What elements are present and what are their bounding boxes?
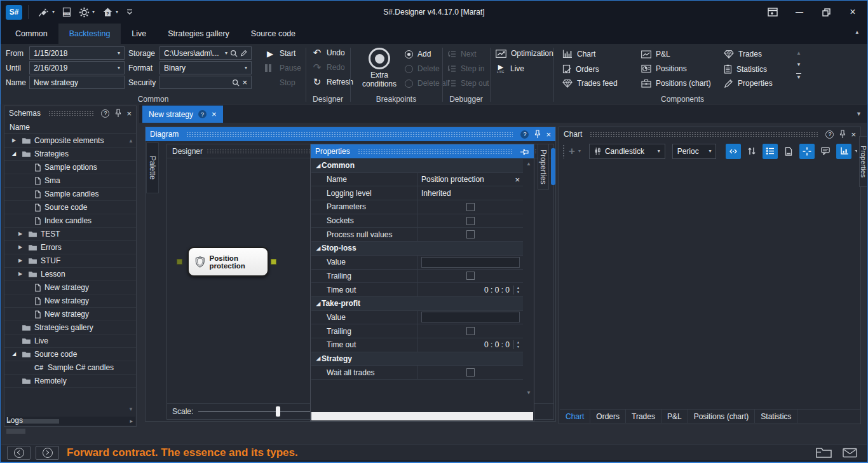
property-group[interactable]: ◢Common: [311, 159, 523, 173]
help-icon[interactable]: ?: [825, 130, 834, 139]
next-button[interactable]: Next: [447, 50, 477, 59]
delete-breakpoint-button[interactable]: Delete: [405, 64, 440, 73]
properties-autohide-tab[interactable]: Properties: [538, 144, 549, 190]
security-input[interactable]: ×: [159, 76, 252, 89]
tab-overflow-icon[interactable]: ▼: [856, 111, 862, 117]
open-folder-icon[interactable]: [815, 446, 832, 459]
legend-button[interactable]: [763, 144, 778, 159]
tree-item[interactable]: ▶Lesson: [4, 268, 136, 281]
ribbon-tab-source-code[interactable]: Source code: [240, 24, 306, 44]
tree-scroll-down-icon[interactable]: ▼: [128, 406, 133, 412]
toolbar-overflow-icon[interactable]: [855, 150, 857, 153]
storage-picker[interactable]: C:\Users\adm\... ▾: [159, 46, 252, 60]
caret-down-icon[interactable]: ▾: [578, 149, 581, 154]
settings-button[interactable]: ▾: [75, 4, 98, 20]
property-row[interactable]: Time out0 : 0 : 0▲▼: [311, 338, 523, 352]
group-expander-icon[interactable]: ◢: [311, 245, 322, 251]
schemas-header[interactable]: Schemas ? ×: [4, 106, 136, 120]
quick-access-toolbar-button[interactable]: [122, 6, 137, 18]
scroll-down-icon[interactable]: ▼: [526, 390, 531, 396]
caret-down-icon[interactable]: ▾: [225, 51, 227, 56]
expander-collapsed-icon[interactable]: ▶: [16, 258, 25, 263]
component-orders[interactable]: Orders: [562, 64, 599, 74]
stoploss-timeout-field[interactable]: 0 : 0 : 0▲▼: [417, 283, 523, 296]
tree-item[interactable]: ▶STUF: [4, 254, 136, 268]
close-icon[interactable]: ×: [126, 109, 132, 118]
component-chart[interactable]: Chart: [562, 50, 595, 59]
property-row[interactable]: Trailing: [311, 324, 523, 338]
palette-side-tab[interactable]: Palette: [146, 142, 159, 193]
takeprofit-trailing-checkbox[interactable]: [466, 327, 475, 335]
properties-scrollbar[interactable]: ▲ ▼: [524, 161, 532, 396]
live-button[interactable]: ▶LIVELive: [496, 64, 524, 74]
chart-tab-pnl[interactable]: P&L: [661, 410, 688, 423]
expander-collapsed-icon[interactable]: ▶: [16, 232, 25, 237]
expander-expanded-icon[interactable]: ◢: [10, 352, 18, 357]
caret-down-icon[interactable]: ▾: [52, 10, 55, 15]
period-select[interactable]: Perioc ▾: [672, 144, 717, 159]
logs-splitter[interactable]: [6, 429, 25, 434]
scroll-down-icon[interactable]: ▼: [796, 62, 801, 67]
strategy-name-input[interactable]: New strategy: [29, 76, 125, 89]
property-row[interactable]: Logging levelInherited: [311, 186, 523, 200]
property-row[interactable]: Value: [311, 256, 523, 270]
close-icon[interactable]: ×: [851, 130, 856, 139]
time-spinner[interactable]: ▲▼: [513, 286, 520, 294]
takeprofit-value-input[interactable]: [421, 312, 520, 322]
clear-icon[interactable]: ×: [515, 176, 520, 184]
property-row[interactable]: Value: [311, 311, 523, 325]
caret-down-icon[interactable]: ▾: [118, 51, 120, 56]
expand-gallery-icon[interactable]: ▼: [796, 73, 801, 80]
parameters-checkbox[interactable]: [466, 203, 475, 211]
help-icon[interactable]: ?: [101, 109, 109, 118]
chart-tab-positions-chart[interactable]: Positions (chart): [688, 410, 756, 423]
auto-range-button[interactable]: [726, 144, 741, 159]
ribbon-tab-strategies-gallery[interactable]: Strategies gallery: [157, 24, 240, 44]
property-row[interactable]: Parameters: [311, 200, 523, 214]
property-group[interactable]: ◢Stop-loss: [311, 242, 523, 256]
layout-icon[interactable]: [762, 4, 783, 20]
tree-item[interactable]: ▶TEST: [4, 228, 136, 241]
component-positions-chart[interactable]: Positions (chart): [641, 79, 711, 88]
scroll-up-icon[interactable]: ▲: [796, 50, 801, 56]
component-trades[interactable]: Trades: [724, 50, 762, 59]
scale-slider[interactable]: [198, 411, 316, 412]
stop-button[interactable]: Stop: [265, 78, 295, 87]
close-tab-icon[interactable]: ×: [212, 110, 217, 118]
start-button[interactable]: ▶Start: [265, 49, 295, 58]
pin-icon[interactable]: [837, 130, 847, 139]
pin-icon[interactable]: [532, 130, 542, 139]
sort-arrows-button[interactable]: [744, 144, 759, 159]
annotation-button[interactable]: [818, 144, 833, 159]
ribbon-tab-live[interactable]: Live: [121, 24, 157, 44]
toolbar-grip[interactable]: [562, 144, 566, 158]
mail-icon[interactable]: [843, 448, 857, 458]
restore-button[interactable]: [815, 4, 837, 20]
until-date-picker[interactable]: 2/16/2019 ▾: [29, 61, 125, 74]
expander-collapsed-icon[interactable]: ▶: [10, 138, 18, 143]
clear-icon[interactable]: ×: [242, 78, 247, 86]
tree-item[interactable]: Strategies gallery: [4, 321, 136, 335]
tree-item[interactable]: ▶Composite elements: [4, 134, 136, 148]
tree-item[interactable]: Live: [4, 335, 136, 348]
stoploss-value-input[interactable]: [421, 257, 520, 268]
expander-expanded-icon[interactable]: ◢: [10, 151, 18, 156]
tree-item[interactable]: New strategy: [4, 294, 136, 308]
help-home-button[interactable]: ? ▾: [98, 4, 122, 20]
axis-settings-button[interactable]: [836, 144, 851, 159]
caret-down-icon[interactable]: ▾: [118, 66, 120, 71]
property-row[interactable]: Wait all trades: [311, 366, 523, 380]
process-null-values-checkbox[interactable]: [466, 230, 475, 238]
tree-column-header[interactable]: Name: [4, 120, 136, 134]
tree-item[interactable]: Sma: [4, 174, 136, 188]
help-icon[interactable]: ?: [520, 130, 529, 139]
scroll-indicator[interactable]: [551, 148, 555, 185]
pause-button[interactable]: Pause: [265, 64, 301, 73]
ribbon-tab-common[interactable]: Common: [4, 24, 58, 44]
tree-item[interactable]: Index candles: [4, 214, 136, 228]
property-row[interactable]: Trailing: [311, 270, 523, 284]
diagram-header[interactable]: Diagram ? ×: [146, 127, 555, 141]
from-date-picker[interactable]: 1/15/2018 ▾: [29, 46, 125, 60]
caret-down-icon[interactable]: ▾: [709, 149, 711, 154]
wait-all-trades-checkbox[interactable]: [466, 368, 475, 377]
